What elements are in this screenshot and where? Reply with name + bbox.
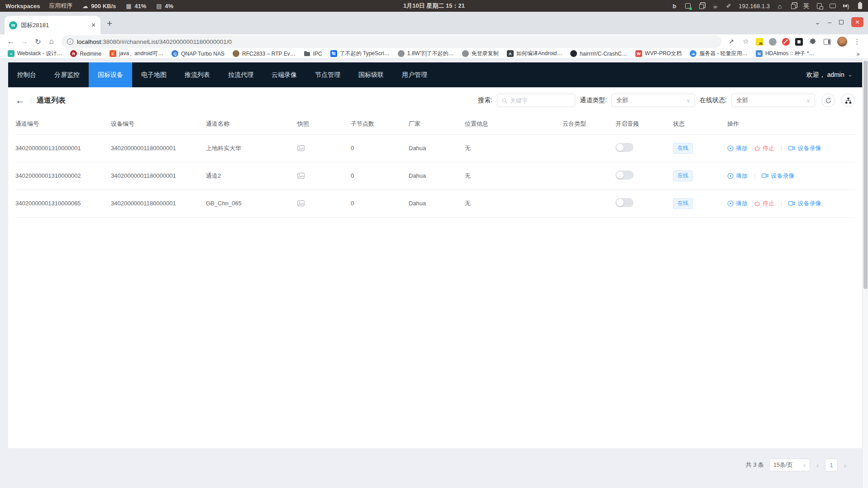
browser-tab-strip: W 国标28181 ✕ + ⌄ – ✕ (0, 12, 868, 34)
bookmark-item[interactable]: Cjava、android可… (105, 50, 167, 57)
bookmark-item[interactable]: ≡Webstack - 设计… (4, 50, 66, 57)
page-scrollbar[interactable] (862, 59, 868, 488)
audio-toggle[interactable] (615, 143, 634, 152)
display-icon[interactable] (829, 2, 836, 9)
play-button[interactable]: 播放 (727, 199, 748, 208)
bookmark-item[interactable]: WWVP-PRO文档 (631, 50, 686, 57)
bookmark-item[interactable]: QQNAP Turbo NAS (167, 50, 229, 57)
extension-js-icon[interactable]: JS (756, 38, 763, 46)
windows-tray-icon[interactable] (790, 2, 797, 9)
divider (31, 97, 31, 104)
user-menu[interactable]: 欢迎， admin⌄ (806, 71, 862, 79)
back-arrow-button[interactable]: ← (15, 95, 31, 106)
device-record-button[interactable]: 设备录像 (788, 199, 821, 208)
nav-item-pull-proxy[interactable]: 拉流代理 (219, 62, 262, 87)
table-row: 34020000001310000001 3402000000118000000… (15, 134, 855, 162)
bookmark-item[interactable]: hairrrrr/C-CrashC… (566, 50, 631, 57)
nav-item-gb-devices[interactable]: 国标设备 (89, 62, 132, 87)
col-channel-name: 通道名称 (206, 114, 297, 134)
play-button[interactable]: 播放 (727, 172, 748, 180)
col-channel-id: 通道编号 (15, 114, 111, 134)
volume-icon[interactable]: ) (843, 2, 850, 9)
bookmark-item[interactable]: 知了不起的 TypeScri… (326, 50, 394, 57)
url-text: localhost:38080/#/channelList/3402000000… (77, 38, 232, 45)
home-button[interactable]: ⌂ (45, 37, 58, 46)
scrollbar-thumb[interactable] (863, 61, 868, 289)
workspaces-button[interactable]: Workspaces (5, 3, 40, 9)
coffee-tray-icon[interactable]: ☕ (711, 2, 719, 9)
share-icon[interactable]: ↗ (727, 37, 736, 46)
browser-menu-icon[interactable]: ⋮ (853, 37, 862, 46)
next-page-button[interactable]: › (843, 461, 847, 469)
nav-item-push-list[interactable]: 推流列表 (176, 62, 219, 87)
extension-screenshot-icon[interactable] (795, 38, 803, 46)
bookmark-item[interactable]: ☁服务器 - 轻量应用… (686, 50, 752, 57)
pagination-total: 共 3 条 (746, 461, 764, 469)
nav-item-user-manage[interactable]: 用户管理 (393, 62, 436, 87)
bookmark-item[interactable]: 免登录复制 (458, 50, 503, 57)
screenshot-tray-icon[interactable] (684, 2, 692, 9)
refresh-button[interactable] (821, 94, 835, 107)
address-bar[interactable]: i localhost:38080/#/channelList/34020000… (62, 35, 721, 48)
phone-link-icon[interactable] (816, 2, 823, 9)
bookmark-item[interactable]: RRedmine (66, 50, 105, 57)
current-page[interactable]: 1 (825, 459, 838, 471)
forward-button[interactable]: → (18, 38, 31, 46)
site-info-icon[interactable]: i (67, 38, 73, 45)
stop-button[interactable]: 停止 (754, 144, 774, 152)
play-button[interactable]: 播放 (727, 144, 748, 152)
battery-icon[interactable] (856, 2, 863, 9)
bookmark-folder[interactable]: IPC (300, 50, 326, 57)
online-status-select[interactable]: 全部 ∨ (731, 94, 815, 107)
channel-type-select[interactable]: 全部 ∨ (611, 94, 695, 107)
page-size-select[interactable]: 15条/页 ∨ (769, 459, 810, 471)
search-input[interactable] (497, 94, 575, 107)
tree-view-button[interactable] (841, 94, 855, 107)
extensions-puzzle-icon[interactable] (808, 37, 817, 46)
input-method-indicator[interactable]: 英 (803, 2, 809, 10)
nav-item-gb-cascade[interactable]: 国标级联 (349, 62, 393, 87)
bookmark-icon: R (70, 50, 77, 57)
window-close-button[interactable]: ✕ (851, 17, 863, 27)
nav-item-node-manage[interactable]: 节点管理 (306, 62, 349, 87)
audio-toggle[interactable] (615, 171, 634, 180)
window-restore-button[interactable] (839, 20, 844, 24)
profile-avatar[interactable] (837, 37, 847, 47)
tool-tray-icon[interactable]: ✐ (725, 2, 732, 9)
extension-mask-icon[interactable] (769, 38, 777, 46)
tab-close-icon[interactable]: ✕ (91, 22, 96, 28)
reload-button[interactable]: ↻ (32, 38, 44, 46)
bookmark-item[interactable]: A如何编译Android… (503, 50, 566, 57)
status-badge: 在线 (673, 198, 693, 209)
extension-blocker-icon[interactable] (782, 38, 790, 46)
device-record-button[interactable]: 设备录像 (762, 172, 794, 180)
bookmark-item[interactable]: 1.8W字|了不起的… (394, 50, 458, 57)
nav-item-map[interactable]: 电子地图 (132, 62, 176, 87)
clipboard-tray-icon[interactable] (698, 2, 705, 9)
tab-search-chevron-icon[interactable]: ⌄ (815, 19, 820, 26)
snapshot-image-icon[interactable] (297, 145, 351, 151)
nav-item-console[interactable]: 控制台 (8, 62, 45, 87)
back-button[interactable]: ← (5, 38, 17, 46)
window-minimize-button[interactable]: – (828, 19, 831, 26)
snapshot-image-icon[interactable] (297, 200, 351, 206)
stop-button[interactable]: 停止 (754, 199, 774, 208)
bookmark-item[interactable]: RFC2833 – RTP Ev… (229, 50, 300, 57)
new-tab-button[interactable]: + (107, 18, 112, 29)
ip-address-indicator[interactable]: 192.168.1.3 (739, 3, 770, 9)
browser-tab[interactable]: W 国标28181 ✕ (5, 16, 100, 34)
prev-page-button[interactable]: ‹ (816, 461, 820, 469)
bookmark-item[interactable]: NHDAtmos :: 种子 *… (752, 50, 819, 57)
snapshot-image-icon[interactable] (297, 173, 351, 179)
home-tray-icon[interactable]: ⌂ (776, 2, 783, 9)
bookmarks-overflow-button[interactable]: » (856, 50, 864, 57)
bookmark-icon: A (507, 50, 514, 57)
bookmark-star-icon[interactable]: ☆ (741, 37, 750, 46)
side-panel-icon[interactable] (823, 37, 832, 46)
nav-item-cloud-record[interactable]: 云端录像 (262, 62, 306, 87)
applications-button[interactable]: 应用程序 (49, 2, 72, 10)
nav-item-split-monitor[interactable]: 分屏监控 (45, 62, 89, 87)
audio-toggle[interactable] (615, 198, 634, 207)
device-record-button[interactable]: 设备录像 (788, 144, 821, 152)
bing-tray-icon[interactable]: b (671, 2, 678, 9)
